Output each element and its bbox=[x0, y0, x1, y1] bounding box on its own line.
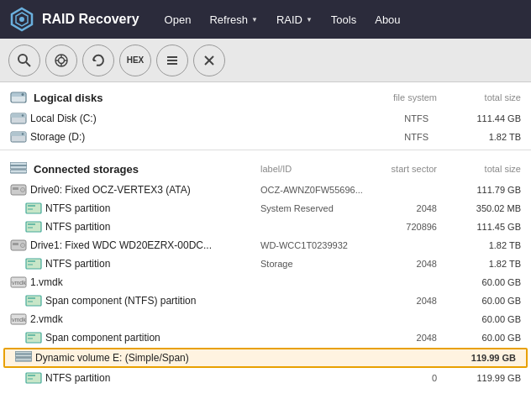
svg-rect-49 bbox=[28, 297, 35, 299]
drive1-label: Drive1: Fixed WDC WD20EZRX-00DC... bbox=[30, 239, 260, 251]
span-partition-row[interactable]: Span component partition 2048 60.00 GB bbox=[0, 328, 531, 347]
ntfs-storage-sector: 2048 bbox=[370, 259, 445, 269]
vmdk2-icon: vmdk bbox=[10, 312, 27, 326]
dynamic-volume-e-row[interactable]: Dynamic volume E: (Simple/Span) 119.99 G… bbox=[3, 348, 528, 368]
svg-point-42 bbox=[22, 244, 24, 246]
ntfs-partition-1-sector: 2048 bbox=[370, 203, 445, 213]
col-totalsize-header: total size bbox=[445, 92, 521, 102]
svg-rect-24 bbox=[11, 132, 26, 136]
span-ntfs-size: 60.00 GB bbox=[445, 296, 521, 306]
svg-text:vmdk: vmdk bbox=[12, 317, 26, 323]
ntfs-last-size: 119.99 GB bbox=[445, 373, 521, 383]
svg-point-25 bbox=[22, 133, 24, 134]
drive0-size: 111.79 GB bbox=[445, 185, 521, 195]
ntfs-partition-2-label: NTFS partition bbox=[45, 221, 260, 233]
toolbar: HEX bbox=[0, 39, 531, 82]
logical-disks-icon bbox=[10, 89, 27, 106]
dynamic-volume-label: Dynamic volume E: (Simple/Span) bbox=[35, 352, 255, 364]
drive1-labelid: WD-WCC1T0239932 bbox=[260, 240, 370, 250]
span-partition-label: Span component partition bbox=[45, 332, 260, 344]
span-ntfs-icon bbox=[25, 294, 42, 307]
col-sector-header: start sector bbox=[370, 164, 445, 174]
list-button[interactable] bbox=[156, 45, 188, 76]
svg-rect-57 bbox=[15, 358, 32, 361]
svg-rect-37 bbox=[28, 223, 35, 225]
drive0-labelid: OCZ-AWNZ0FW55696... bbox=[260, 185, 370, 195]
ntfs-storage-row[interactable]: NTFS partition Storage 2048 1.82 TB bbox=[0, 255, 531, 273]
ntfs-storage-labelid: Storage bbox=[260, 259, 370, 269]
svg-point-19 bbox=[22, 93, 24, 96]
svg-rect-34 bbox=[28, 205, 35, 207]
storage-d-label: Storage (D:) bbox=[30, 131, 344, 143]
ntfs-partition-icon-2 bbox=[25, 220, 42, 234]
vmdk2-row[interactable]: vmdk 2.vmdk 60.00 GB bbox=[0, 310, 531, 328]
menu-raid[interactable]: RAID ▼ bbox=[268, 7, 321, 32]
app-title: RAID Recovery bbox=[42, 12, 139, 27]
drive1-row[interactable]: Drive1: Fixed WDC WD20EZRX-00DC... WD-WC… bbox=[0, 236, 531, 255]
svg-point-32 bbox=[22, 189, 24, 191]
svg-rect-30 bbox=[13, 187, 18, 190]
connected-storages-icon bbox=[10, 160, 27, 177]
svg-line-4 bbox=[26, 62, 30, 66]
svg-rect-28 bbox=[10, 162, 27, 165]
close-button[interactable] bbox=[193, 45, 225, 76]
local-disk-icon bbox=[10, 112, 27, 125]
svg-rect-38 bbox=[28, 227, 33, 228]
refresh-icon bbox=[91, 53, 106, 68]
menu-refresh[interactable]: Refresh ▼ bbox=[201, 7, 266, 32]
close-icon bbox=[203, 55, 215, 66]
span-ntfs-sector: 2048 bbox=[370, 296, 445, 306]
menu-tools[interactable]: Tools bbox=[323, 7, 365, 32]
vmdk2-size: 60.00 GB bbox=[445, 314, 521, 324]
main-content: Logical disks file system total size Loc… bbox=[0, 82, 531, 420]
ntfs-partition-icon-3 bbox=[25, 257, 42, 270]
drive0-row[interactable]: Drive0: Fixed OCZ-VERTEX3 (ATA) OCZ-AWNZ… bbox=[0, 181, 531, 199]
search-button[interactable] bbox=[8, 45, 40, 76]
svg-point-2 bbox=[19, 17, 24, 22]
search-icon bbox=[17, 53, 32, 68]
svg-rect-50 bbox=[28, 301, 33, 302]
menu-about[interactable]: Abou bbox=[366, 7, 408, 32]
vmdk1-size: 60.00 GB bbox=[445, 277, 521, 287]
ntfs-system-reserved-row[interactable]: NTFS partition System Reserved 2048 350.… bbox=[0, 199, 531, 218]
svg-rect-14 bbox=[167, 63, 177, 65]
section-divider-1 bbox=[0, 150, 531, 150]
ntfs-partition-1-size: 350.02 MB bbox=[445, 203, 521, 213]
svg-rect-21 bbox=[11, 113, 26, 118]
vmdk1-row[interactable]: vmdk 1.vmdk 60.00 GB bbox=[0, 273, 531, 291]
svg-rect-54 bbox=[28, 334, 35, 336]
drive1-size: 1.82 TB bbox=[445, 240, 521, 250]
drive0-icon bbox=[10, 183, 27, 197]
ntfs-partition-2-row[interactable]: NTFS partition 720896 111.45 GB bbox=[0, 218, 531, 236]
svg-rect-26 bbox=[10, 165, 27, 169]
menu-bar: Open Refresh ▼ RAID ▼ Tools Abou bbox=[156, 7, 409, 32]
storage-d-fs: NTFS bbox=[344, 132, 445, 142]
local-disk-c-row[interactable]: Local Disk (C:) NTFS 111.44 GB bbox=[0, 109, 531, 128]
span-ntfs-row[interactable]: Span component (NTFS) partition 2048 60.… bbox=[0, 291, 531, 310]
svg-rect-44 bbox=[28, 260, 35, 262]
connected-storages-header: Connected storages label/ID start sector… bbox=[0, 154, 531, 181]
ntfs-partition-1-label: NTFS partition bbox=[45, 202, 260, 214]
svg-rect-61 bbox=[28, 378, 33, 380]
list-icon bbox=[166, 54, 179, 67]
logical-disks-header: Logical disks file system total size bbox=[0, 82, 531, 109]
span-partition-icon bbox=[25, 331, 42, 344]
ntfs-partition-2-sector: 720896 bbox=[370, 222, 445, 232]
refresh-button[interactable] bbox=[82, 45, 114, 76]
svg-rect-12 bbox=[167, 56, 177, 58]
ntfs-last-row[interactable]: NTFS partition 0 119.99 GB bbox=[0, 369, 531, 387]
ntfs-partition-icon-1 bbox=[25, 202, 42, 215]
logical-disks-title: Logical disks bbox=[34, 92, 393, 104]
hex-button[interactable]: HEX bbox=[119, 45, 151, 76]
menu-open[interactable]: Open bbox=[156, 7, 200, 32]
svg-text:vmdk: vmdk bbox=[12, 280, 26, 286]
col-labelid-header: label/ID bbox=[260, 164, 370, 174]
app-logo bbox=[7, 4, 37, 34]
storage-d-row[interactable]: Storage (D:) NTFS 1.82 TB bbox=[0, 128, 531, 146]
svg-rect-13 bbox=[167, 60, 177, 61]
ntfs-storage-size: 1.82 TB bbox=[445, 259, 521, 269]
scan-button[interactable] bbox=[45, 45, 77, 76]
svg-rect-27 bbox=[10, 170, 27, 173]
svg-rect-35 bbox=[28, 208, 33, 210]
svg-rect-55 bbox=[28, 338, 33, 339]
